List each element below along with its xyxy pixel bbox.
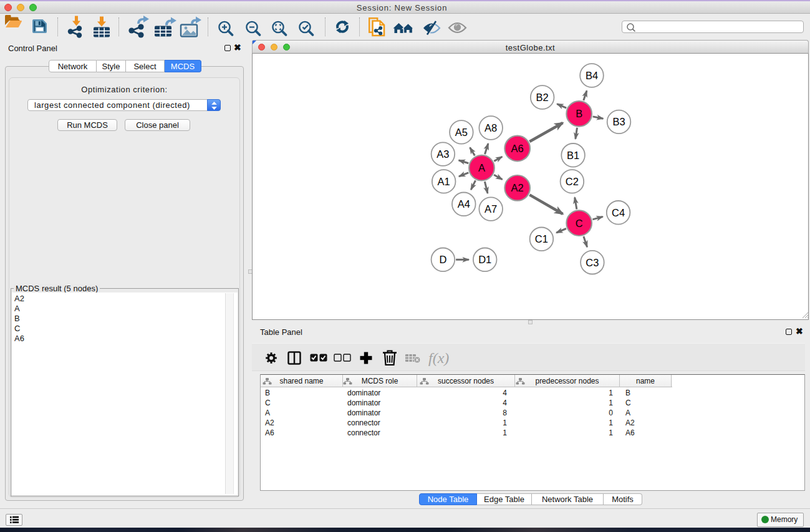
svg-text:A5: A5 (455, 127, 468, 138)
svg-text:D1: D1 (478, 254, 491, 265)
svg-text:D: D (439, 254, 446, 265)
svg-text:B2: B2 (536, 92, 549, 103)
svg-text:B4: B4 (586, 70, 598, 81)
svg-text:A2: A2 (511, 182, 524, 193)
svg-text:A: A (478, 162, 485, 173)
svg-text:A6: A6 (511, 143, 524, 154)
svg-text:A4: A4 (458, 198, 470, 210)
svg-text:B: B (576, 108, 582, 119)
svg-text:C4: C4 (612, 207, 625, 218)
svg-text:C3: C3 (586, 257, 599, 268)
svg-text:B1: B1 (567, 150, 579, 161)
svg-text:B3: B3 (612, 116, 625, 127)
svg-text:C: C (576, 218, 583, 229)
svg-text:A3: A3 (436, 148, 449, 160)
svg-text:C2: C2 (566, 176, 579, 187)
svg-text:f(x): f(x) (428, 350, 449, 366)
svg-text:A8: A8 (485, 122, 497, 133)
svg-text:A7: A7 (485, 203, 497, 215)
svg-text:A1: A1 (438, 176, 450, 187)
svg-text:C1: C1 (535, 233, 548, 244)
